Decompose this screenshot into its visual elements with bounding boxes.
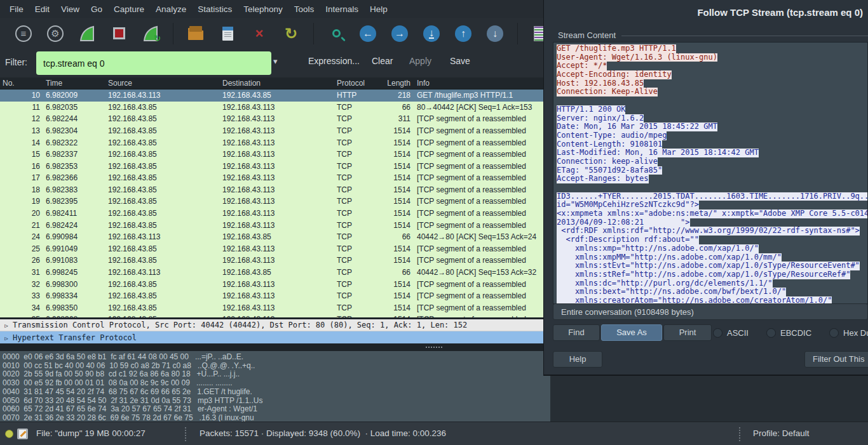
column-time[interactable]: Time — [42, 79, 104, 88]
detail-text: Transmission Control Protocol, Src Port:… — [13, 321, 467, 329]
filter-input[interactable]: tcp.stream eq 0 — [36, 51, 271, 75]
packet-time: 6.990984 — [42, 232, 104, 241]
restart-arrow-icon: ↻ — [154, 34, 161, 43]
file-close-icon[interactable]: × — [251, 25, 268, 42]
clear-button[interactable]: Clear — [372, 56, 393, 66]
encoding-radio-option[interactable]: ASCII — [713, 328, 749, 338]
capture-start-icon[interactable] — [79, 25, 95, 42]
go-to-bottom-icon[interactable]: ↓ — [487, 25, 503, 42]
expander-icon[interactable] — [0, 333, 13, 342]
file-save-icon[interactable] — [219, 25, 236, 42]
menu-item[interactable]: Internals — [320, 4, 364, 14]
find-button[interactable]: Find — [553, 324, 600, 341]
packet-length: 1514 — [371, 209, 413, 218]
save-as-button[interactable]: Save As — [601, 324, 662, 341]
packet-source: 192.168.43.113 — [104, 91, 219, 100]
save-button[interactable]: Save — [450, 56, 470, 66]
hex-row: 0060 65 72 2d 41 67 65 6e 74 3a 20 57 67… — [3, 405, 550, 414]
stream-line: xmlns:xmpMM="http://ns.adobe.com/xap/1.0… — [557, 253, 867, 262]
expression-button[interactable]: Expression... — [308, 56, 360, 66]
packet-time: 6.982424 — [42, 221, 104, 230]
menu-item[interactable]: Capture — [108, 4, 150, 14]
go-to-top-icon[interactable]: ↑ — [455, 25, 471, 42]
expander-icon[interactable] — [0, 321, 13, 329]
column-protocol[interactable]: Protocol — [333, 79, 371, 88]
radio-label: EBCDIC — [780, 328, 811, 338]
filter-out-stream-button[interactable]: Filter Out This — [804, 351, 868, 368]
stream-content-area[interactable]: GET /thuglife.mp3 HTTP/1.1 User-Agent: W… — [553, 42, 868, 304]
stream-line: <x:xmpmeta xmlns:x="adobe:ns:meta/" x:xm… — [557, 209, 867, 218]
file-open-icon[interactable] — [187, 25, 204, 42]
menu-item[interactable]: Statistics — [192, 4, 238, 14]
radio-label: ASCII — [727, 328, 749, 338]
help-button[interactable]: Help — [553, 351, 602, 368]
stream-line: 2013/04/09-12:08:21 "> — [557, 218, 867, 227]
packet-length: 1514 — [371, 126, 413, 135]
packet-time: 6.982035 — [42, 103, 104, 112]
packet-time: 6.982304 — [42, 126, 104, 135]
print-button[interactable]: Print — [663, 324, 712, 341]
menu-item[interactable]: Edit — [29, 4, 55, 14]
packet-protocol: TCP — [333, 150, 371, 159]
menu-item[interactable]: Telephony — [238, 4, 288, 14]
expert-info-icon[interactable] — [5, 430, 13, 438]
encoding-radio-option[interactable]: Hex Du — [829, 328, 868, 338]
radio-icon[interactable] — [766, 328, 776, 338]
encoding-radio-option[interactable]: EBCDIC — [766, 328, 811, 338]
packet-destination: 192.168.43.113 — [219, 103, 333, 112]
status-profile[interactable]: Profile: Default — [753, 428, 810, 438]
packet-destination: 192.168.43.113 — [219, 209, 333, 218]
radio-icon[interactable] — [829, 328, 839, 338]
packet-source: 192.168.43.85 — [104, 280, 219, 289]
packet-source: 192.168.43.85 — [104, 256, 219, 265]
stream-line: Connection: Keep-Alive — [557, 88, 867, 96]
menu-item[interactable]: Help — [364, 4, 393, 14]
column-no[interactable]: No. — [0, 79, 42, 88]
stream-line: xmlns:dc="http://purl.org/dc/elements/1.… — [557, 279, 867, 288]
stream-line: Content-Length: 9108101 — [557, 140, 867, 149]
stream-line — [557, 183, 867, 192]
packet-protocol: TCP — [333, 221, 371, 230]
conversation-select[interactable]: Entire conversation (9108498 bytes) — [553, 303, 868, 320]
capture-stop-icon[interactable] — [111, 25, 127, 42]
capture-options-icon[interactable]: ⚙ — [47, 25, 64, 42]
menu-item[interactable]: View — [55, 4, 85, 14]
apply-button[interactable]: Apply — [409, 56, 431, 66]
status-file-info: File: "dump" 19 MB 00:00:27 — [36, 428, 146, 438]
hex-row: 0030 00 e5 92 fb 00 00 01 01 08 0a 00 8c… — [3, 379, 550, 388]
packet-length: 218 — [371, 91, 413, 100]
go-to-packet-icon[interactable]: ↓ — [423, 25, 440, 42]
interfaces-list-icon[interactable]: ≡ — [15, 25, 32, 42]
capture-comment-icon[interactable] — [17, 428, 28, 439]
packet-source: 192.168.43.85 — [104, 185, 219, 194]
menu-item[interactable]: Go — [85, 4, 108, 14]
hex-dump-pane[interactable]: 0000 e0 06 e6 3d 6a 50 e8 b1 fc af 61 44… — [0, 351, 550, 422]
packet-destination: 192.168.43.113 — [219, 185, 333, 194]
packet-protocol: TCP — [333, 103, 371, 112]
reload-icon[interactable]: ↻ — [283, 25, 299, 42]
find-packet-icon[interactable] — [328, 25, 344, 42]
packet-source: 192.168.43.85 — [104, 303, 219, 312]
menu-item[interactable]: File — [4, 4, 29, 14]
capture-restart-icon[interactable]: ↻ — [142, 25, 159, 42]
stream-line: GET /thuglife.mp3 HTTP/1.1 — [557, 44, 867, 53]
status-packet-counts: Packets: 15571 · Displayed: 9348 (60.0%)… — [200, 428, 446, 438]
stream-line: id="W5M0MpCehiHzreSzNTczkc9d"?> — [557, 201, 867, 209]
menu-item[interactable]: Tools — [288, 4, 320, 14]
packet-source: 192.168.43.85 — [104, 162, 219, 171]
radio-icon[interactable] — [713, 328, 722, 338]
filter-dropdown-caret[interactable] — [273, 56, 278, 66]
packet-protocol: TCP — [333, 197, 371, 206]
go-back-icon[interactable]: ← — [360, 25, 376, 42]
packet-destination: 192.168.43.113 — [219, 150, 333, 159]
packet-source: 192.168.43.85 — [104, 150, 219, 159]
go-forward-icon[interactable]: → — [391, 25, 408, 42]
follow-tcp-stream-dialog: Follow TCP Stream (tcp.stream eq 0) Stre… — [543, 0, 868, 376]
column-source[interactable]: Source — [104, 79, 219, 88]
packet-time: 6.998350 — [42, 303, 104, 312]
packet-destination: 192.168.43.85 — [219, 268, 333, 277]
menu-item[interactable]: Analyze — [150, 4, 192, 14]
column-length[interactable]: Length — [371, 79, 413, 88]
column-destination[interactable]: Destination — [219, 79, 333, 88]
packet-no: 16 — [0, 162, 42, 171]
